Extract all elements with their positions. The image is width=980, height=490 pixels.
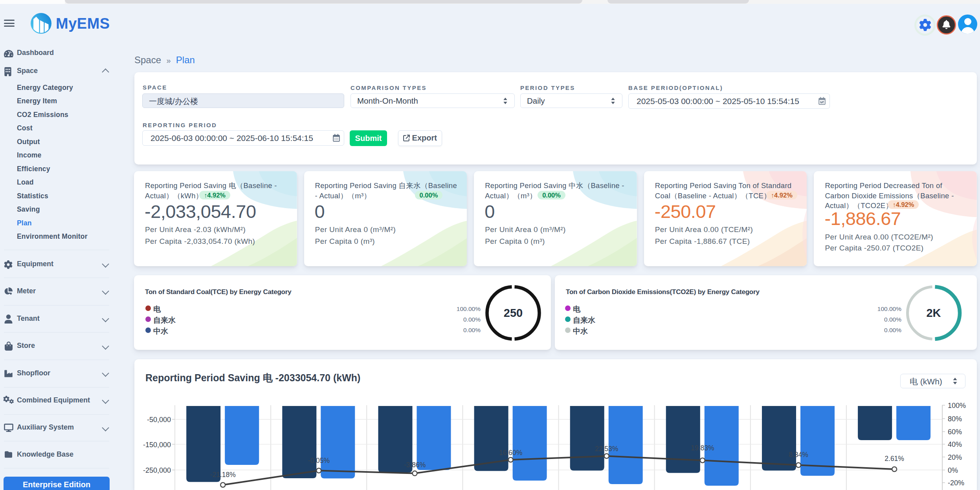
svg-text:8.34%: 8.34% bbox=[789, 451, 808, 459]
svg-text:100%: 100% bbox=[948, 402, 966, 410]
svg-text:-3.86%: -3.86% bbox=[404, 461, 426, 469]
svg-text:-150,000: -150,000 bbox=[143, 441, 171, 449]
svg-text:2K: 2K bbox=[926, 307, 941, 319]
svg-text:250: 250 bbox=[504, 307, 523, 319]
svg-text:16.60%: 16.60% bbox=[499, 449, 522, 457]
svg-text:-250,000: -250,000 bbox=[143, 466, 171, 474]
svg-text:19.83%: 19.83% bbox=[691, 444, 714, 452]
svg-text:-21.18%: -21.18% bbox=[210, 471, 236, 479]
svg-text:80%: 80% bbox=[948, 415, 962, 423]
svg-text:-50,000: -50,000 bbox=[147, 416, 171, 424]
svg-text:2.61%: 2.61% bbox=[885, 455, 904, 463]
svg-text:20%: 20% bbox=[948, 453, 962, 461]
svg-text:0%: 0% bbox=[948, 466, 958, 474]
svg-text:60%: 60% bbox=[948, 428, 962, 436]
svg-text:-0.05%: -0.05% bbox=[308, 457, 330, 464]
svg-text:40%: 40% bbox=[948, 441, 962, 448]
svg-text:-20%: -20% bbox=[948, 479, 964, 487]
svg-text:22.53%: 22.53% bbox=[595, 445, 618, 453]
